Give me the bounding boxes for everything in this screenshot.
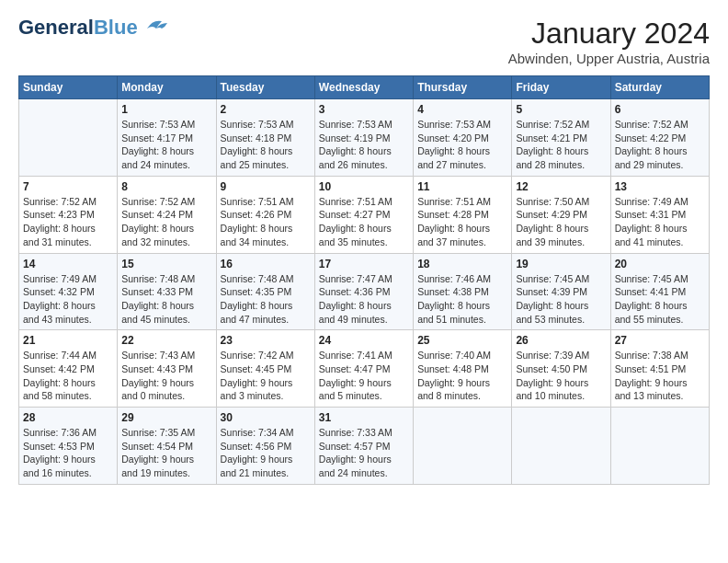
calendar-cell: 28Sunrise: 7:36 AMSunset: 4:53 PMDayligh… (19, 408, 118, 485)
date-number: 13 (615, 180, 705, 193)
calendar-cell: 15Sunrise: 7:48 AMSunset: 4:33 PMDayligh… (118, 253, 216, 330)
date-number: 28 (23, 411, 113, 424)
week-row-2: 7Sunrise: 7:52 AMSunset: 4:23 PMDaylight… (19, 176, 710, 253)
date-number: 26 (516, 334, 606, 347)
calendar-cell: 20Sunrise: 7:45 AMSunset: 4:41 PMDayligh… (610, 253, 709, 330)
date-number: 16 (221, 258, 311, 270)
cell-details: Sunrise: 7:51 AMSunset: 4:26 PMDaylight:… (221, 195, 311, 249)
calendar-cell (414, 408, 512, 485)
date-number: 21 (23, 334, 113, 347)
date-number: 15 (121, 258, 211, 270)
week-row-3: 14Sunrise: 7:49 AMSunset: 4:32 PMDayligh… (19, 253, 710, 330)
cell-details: Sunrise: 7:52 AMSunset: 4:22 PMDaylight:… (615, 118, 705, 172)
calendar-cell: 8Sunrise: 7:52 AMSunset: 4:24 PMDaylight… (118, 176, 216, 253)
cell-details: Sunrise: 7:36 AMSunset: 4:53 PMDaylight:… (23, 426, 113, 480)
calendar-cell: 5Sunrise: 7:52 AMSunset: 4:21 PMDaylight… (512, 99, 610, 177)
calendar-cell: 18Sunrise: 7:46 AMSunset: 4:38 PMDayligh… (414, 253, 512, 330)
day-header-sunday: Sunday (19, 76, 118, 99)
cell-details: Sunrise: 7:45 AMSunset: 4:41 PMDaylight:… (615, 272, 705, 327)
page: GeneralBlue January 2024 Abwinden, Upper… (0, 0, 728, 494)
date-number: 20 (615, 258, 705, 270)
cell-details: Sunrise: 7:47 AMSunset: 4:36 PMDaylight:… (319, 272, 409, 327)
cell-details: Sunrise: 7:52 AMSunset: 4:24 PMDaylight:… (121, 195, 211, 249)
calendar-cell (610, 408, 709, 485)
cell-details: Sunrise: 7:51 AMSunset: 4:28 PMDaylight:… (417, 195, 507, 249)
date-number: 11 (417, 180, 507, 193)
date-number: 17 (319, 258, 409, 270)
date-number: 1 (121, 103, 211, 116)
date-number: 7 (23, 180, 113, 193)
calendar-cell: 21Sunrise: 7:44 AMSunset: 4:42 PMDayligh… (19, 330, 118, 408)
logo: GeneralBlue (18, 17, 169, 39)
calendar-cell: 6Sunrise: 7:52 AMSunset: 4:22 PMDaylight… (610, 99, 709, 177)
cell-details: Sunrise: 7:52 AMSunset: 4:21 PMDaylight:… (516, 118, 606, 172)
cell-details: Sunrise: 7:35 AMSunset: 4:54 PMDaylight:… (121, 426, 211, 480)
cell-details: Sunrise: 7:39 AMSunset: 4:50 PMDaylight:… (516, 349, 606, 403)
calendar-cell: 9Sunrise: 7:51 AMSunset: 4:26 PMDaylight… (216, 176, 314, 253)
date-number: 22 (121, 334, 211, 347)
title-block: January 2024 Abwinden, Upper Austria, Au… (508, 17, 710, 66)
days-header-row: SundayMondayTuesdayWednesdayThursdayFrid… (19, 76, 710, 99)
calendar-cell: 31Sunrise: 7:33 AMSunset: 4:57 PMDayligh… (314, 408, 413, 485)
cell-details: Sunrise: 7:52 AMSunset: 4:23 PMDaylight:… (23, 195, 113, 249)
week-row-5: 28Sunrise: 7:36 AMSunset: 4:53 PMDayligh… (19, 408, 710, 485)
date-number: 9 (221, 180, 311, 193)
calendar-cell: 4Sunrise: 7:53 AMSunset: 4:20 PMDaylight… (414, 99, 512, 177)
calendar-cell: 16Sunrise: 7:48 AMSunset: 4:35 PMDayligh… (216, 253, 314, 330)
calendar-cell: 27Sunrise: 7:38 AMSunset: 4:51 PMDayligh… (610, 330, 709, 408)
cell-details: Sunrise: 7:53 AMSunset: 4:17 PMDaylight:… (121, 118, 211, 172)
calendar-cell: 7Sunrise: 7:52 AMSunset: 4:23 PMDaylight… (19, 176, 118, 253)
calendar-cell: 30Sunrise: 7:34 AMSunset: 4:56 PMDayligh… (216, 408, 314, 485)
cell-details: Sunrise: 7:41 AMSunset: 4:47 PMDaylight:… (319, 349, 409, 403)
calendar-cell: 19Sunrise: 7:45 AMSunset: 4:39 PMDayligh… (512, 253, 610, 330)
calendar-table: SundayMondayTuesdayWednesdayThursdayFrid… (18, 75, 710, 485)
calendar-cell: 14Sunrise: 7:49 AMSunset: 4:32 PMDayligh… (19, 253, 118, 330)
calendar-subtitle: Abwinden, Upper Austria, Austria (508, 51, 710, 66)
calendar-cell: 10Sunrise: 7:51 AMSunset: 4:27 PMDayligh… (314, 176, 413, 253)
calendar-cell: 17Sunrise: 7:47 AMSunset: 4:36 PMDayligh… (314, 253, 413, 330)
day-header-tuesday: Tuesday (216, 76, 314, 99)
calendar-cell: 25Sunrise: 7:40 AMSunset: 4:48 PMDayligh… (414, 330, 512, 408)
cell-details: Sunrise: 7:42 AMSunset: 4:45 PMDaylight:… (221, 349, 311, 403)
calendar-cell (512, 408, 610, 485)
cell-details: Sunrise: 7:44 AMSunset: 4:42 PMDaylight:… (23, 349, 113, 403)
cell-details: Sunrise: 7:46 AMSunset: 4:38 PMDaylight:… (417, 272, 507, 327)
calendar-cell: 2Sunrise: 7:53 AMSunset: 4:18 PMDaylight… (216, 99, 314, 177)
date-number: 31 (319, 411, 409, 424)
cell-details: Sunrise: 7:34 AMSunset: 4:56 PMDaylight:… (221, 426, 311, 480)
date-number: 25 (417, 334, 507, 347)
date-number: 2 (221, 103, 311, 116)
logo-bird-icon (140, 16, 169, 36)
calendar-cell (19, 99, 118, 177)
date-number: 12 (516, 180, 606, 193)
day-header-saturday: Saturday (610, 76, 709, 99)
calendar-cell: 3Sunrise: 7:53 AMSunset: 4:19 PMDaylight… (314, 99, 413, 177)
cell-details: Sunrise: 7:50 AMSunset: 4:29 PMDaylight:… (516, 195, 606, 249)
cell-details: Sunrise: 7:48 AMSunset: 4:35 PMDaylight:… (221, 272, 311, 327)
date-number: 4 (417, 103, 507, 116)
date-number: 5 (516, 103, 606, 116)
cell-details: Sunrise: 7:33 AMSunset: 4:57 PMDaylight:… (319, 426, 409, 480)
calendar-cell: 23Sunrise: 7:42 AMSunset: 4:45 PMDayligh… (216, 330, 314, 408)
day-header-monday: Monday (118, 76, 216, 99)
logo-text: GeneralBlue (18, 17, 138, 39)
cell-details: Sunrise: 7:51 AMSunset: 4:27 PMDaylight:… (319, 195, 409, 249)
calendar-cell: 13Sunrise: 7:49 AMSunset: 4:31 PMDayligh… (610, 176, 709, 253)
date-number: 8 (121, 180, 211, 193)
calendar-cell: 26Sunrise: 7:39 AMSunset: 4:50 PMDayligh… (512, 330, 610, 408)
date-number: 23 (221, 334, 311, 347)
date-number: 30 (221, 411, 311, 424)
calendar-cell: 1Sunrise: 7:53 AMSunset: 4:17 PMDaylight… (118, 99, 216, 177)
cell-details: Sunrise: 7:48 AMSunset: 4:33 PMDaylight:… (121, 272, 211, 327)
cell-details: Sunrise: 7:40 AMSunset: 4:48 PMDaylight:… (417, 349, 507, 403)
calendar-cell: 24Sunrise: 7:41 AMSunset: 4:47 PMDayligh… (314, 330, 413, 408)
date-number: 19 (516, 258, 606, 270)
cell-details: Sunrise: 7:53 AMSunset: 4:19 PMDaylight:… (319, 118, 409, 172)
cell-details: Sunrise: 7:53 AMSunset: 4:20 PMDaylight:… (417, 118, 507, 172)
cell-details: Sunrise: 7:49 AMSunset: 4:32 PMDaylight:… (23, 272, 113, 327)
week-row-1: 1Sunrise: 7:53 AMSunset: 4:17 PMDaylight… (19, 99, 710, 177)
date-number: 10 (319, 180, 409, 193)
calendar-cell: 22Sunrise: 7:43 AMSunset: 4:43 PMDayligh… (118, 330, 216, 408)
week-row-4: 21Sunrise: 7:44 AMSunset: 4:42 PMDayligh… (19, 330, 710, 408)
cell-details: Sunrise: 7:45 AMSunset: 4:39 PMDaylight:… (516, 272, 606, 327)
